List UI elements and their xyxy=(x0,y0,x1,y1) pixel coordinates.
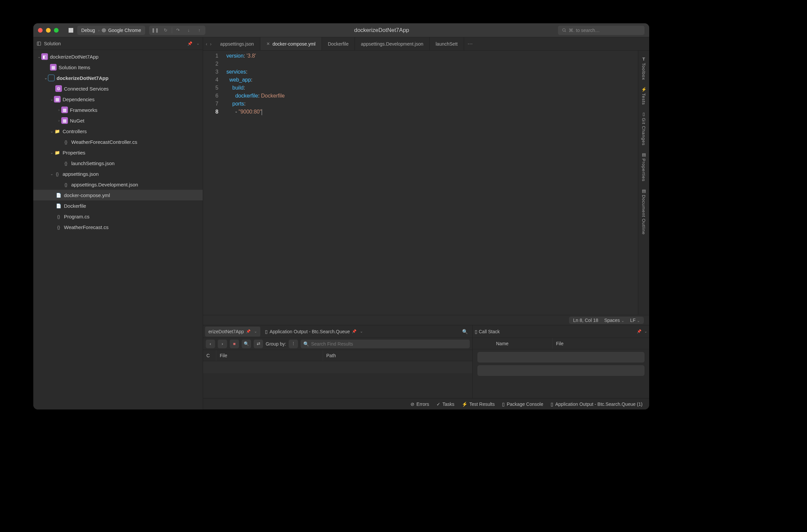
nav-back-button[interactable]: ‹ xyxy=(206,41,207,46)
tree-connected-services[interactable]: ⚙Connected Services xyxy=(33,83,203,94)
tree-properties[interactable]: ⌄📁Properties xyxy=(33,147,203,158)
tab-launch-settings[interactable]: launchSett xyxy=(430,37,464,50)
tab-dockerfile[interactable]: Dockerfile xyxy=(322,37,355,50)
pin-icon[interactable]: 📌 xyxy=(637,329,641,334)
search-icon[interactable]: 🔍 xyxy=(459,329,470,334)
col-c[interactable]: C xyxy=(203,350,216,361)
tree-appsettings-dev[interactable]: {}appsettings.Development.json xyxy=(33,179,203,190)
minimize-window-button[interactable] xyxy=(46,28,51,33)
toolbox-panel-button[interactable]: TToolbox xyxy=(641,53,646,83)
solution-tree[interactable]: ⌄◧dockerizeDotNet7App ▦Solution Items ⌄d… xyxy=(33,50,203,410)
tree-controller-file[interactable]: {}WeatherForecastController.cs xyxy=(33,136,203,147)
output-icon: ▯ xyxy=(265,329,268,334)
git-changes-panel-button[interactable]: ▯Git Changes xyxy=(641,108,646,149)
find-results-search-input[interactable] xyxy=(311,341,467,346)
result-row[interactable] xyxy=(203,373,473,385)
folder-icon: 📁 xyxy=(54,128,61,134)
folder-icon: 📁 xyxy=(54,149,61,156)
tree-launch-settings[interactable]: {}launchSettings.json xyxy=(33,158,203,169)
sidebar-title: Solution xyxy=(44,41,61,46)
prev-result-button[interactable]: ‹ xyxy=(206,340,215,348)
indent-selector[interactable]: Spaces⌄ xyxy=(604,318,624,323)
outline-panel-button[interactable]: ▤Document Outline xyxy=(641,185,646,238)
call-stack-columns: Name File xyxy=(473,338,649,349)
services-icon: ⚙ xyxy=(55,85,62,92)
code-content[interactable]: version: '3.8' services: web_app: build:… xyxy=(223,51,638,315)
tree-dockerfile[interactable]: 📄Dockerfile xyxy=(33,201,203,211)
pin-icon[interactable]: 📌 xyxy=(188,41,192,46)
tree-program-cs[interactable]: {}Program.cs xyxy=(33,211,203,222)
global-search[interactable]: ⌘. to search… xyxy=(558,26,645,35)
close-window-button[interactable] xyxy=(38,28,43,33)
call-stack-row[interactable] xyxy=(477,352,645,363)
step-out-button[interactable]: ↑ xyxy=(195,26,204,34)
group-by-selector[interactable]: ⦙ xyxy=(289,340,298,348)
test-results-button[interactable]: ⚡Test Results xyxy=(462,401,495,407)
step-into-button[interactable]: ↓ xyxy=(184,26,193,34)
errors-button[interactable]: ⊘Errors xyxy=(410,401,429,407)
tree-frameworks[interactable]: ›▦Frameworks xyxy=(33,104,203,115)
line-gutter: 1 2 3 4 5 6 7 8 xyxy=(203,51,223,315)
pin-icon[interactable]: 📌 xyxy=(246,329,251,334)
call-stack-icon: ▯ xyxy=(475,329,477,334)
find-results-search[interactable]: 🔍 xyxy=(301,340,470,348)
call-stack-title: Call Stack xyxy=(479,329,500,334)
call-stack-panel: ▯ Call Stack 📌 ⌄ Name File xyxy=(473,325,649,398)
find-results-tab[interactable]: erizeDotNet7App📌⌄ xyxy=(205,327,260,337)
chevron-down-icon[interactable]: ⌄ xyxy=(360,329,363,334)
chevron-down-icon[interactable]: ⌄ xyxy=(196,41,199,45)
next-result-button[interactable]: › xyxy=(218,340,227,348)
tasks-button[interactable]: ✓Tasks xyxy=(437,401,455,407)
tree-controllers[interactable]: ⌄📁Controllers xyxy=(33,126,203,136)
package-console-button[interactable]: ▯Package Console xyxy=(502,401,543,407)
tab-overflow-button[interactable]: ⋯ xyxy=(464,37,476,50)
chevron-down-icon[interactable]: ⌄ xyxy=(644,329,647,334)
result-row[interactable] xyxy=(203,361,473,373)
col-name[interactable]: Name xyxy=(493,338,553,349)
find-results-body[interactable] xyxy=(203,361,473,398)
tree-solution-root[interactable]: ⌄◧dockerizeDotNet7App xyxy=(33,51,203,62)
application-output-tab[interactable]: ▯Application Output - Btc.Search.Queue📌⌄ xyxy=(262,327,366,337)
tab-appsettings-dev[interactable]: appsettings.Development.json xyxy=(355,37,430,50)
find-toolbar: ‹ › ■ 🔍 ⇄ Group by: ⦙ 🔍 xyxy=(203,338,473,350)
run-config-selector[interactable]: Debug › Google Chrome xyxy=(77,26,145,35)
chevron-down-icon[interactable]: ⌄ xyxy=(254,329,257,334)
pin-icon[interactable]: 📌 xyxy=(352,329,357,334)
tree-dependencies[interactable]: ⌄▦Dependencies xyxy=(33,94,203,104)
stop-search-button[interactable]: ■ xyxy=(230,340,239,348)
pause-button[interactable]: ❚❚ xyxy=(151,26,160,34)
tree-solution-items[interactable]: ▦Solution Items xyxy=(33,62,203,73)
cursor-position[interactable]: Ln 8, Col 18 xyxy=(573,318,598,323)
tab-appsettings[interactable]: appsettings.json xyxy=(214,37,260,50)
nav-forward-button[interactable]: › xyxy=(210,41,212,46)
nuget-icon: ▦ xyxy=(61,117,68,124)
tab-docker-compose[interactable]: ✕docker-compose.yml xyxy=(260,37,322,50)
eol-selector[interactable]: LF⌄ xyxy=(630,318,640,323)
maximize-window-button[interactable] xyxy=(54,28,59,33)
code-editor[interactable]: 1 2 3 4 5 6 7 8 version: '3.8' services:… xyxy=(203,51,638,315)
tree-project[interactable]: ⌄dockerizeDotNet7App xyxy=(33,73,203,83)
application-output-button[interactable]: ▯Application Output - Btc.Search.Queue (… xyxy=(551,401,642,407)
tests-panel-button[interactable]: ⚡Tests xyxy=(641,83,647,108)
call-stack-body[interactable] xyxy=(473,349,649,398)
restart-button[interactable]: ↻ xyxy=(161,26,170,34)
call-stack-row[interactable] xyxy=(477,365,645,376)
close-tab-icon[interactable]: ✕ xyxy=(266,41,270,46)
refresh-search-button[interactable]: 🔍 xyxy=(242,340,251,348)
properties-panel-button[interactable]: ▤Properties xyxy=(641,149,646,185)
tree-view-button[interactable]: ⇄ xyxy=(254,340,263,348)
col-file[interactable]: File xyxy=(553,338,649,349)
run-target-label: Google Chrome xyxy=(108,27,141,33)
tab-nav: ‹ › xyxy=(203,37,214,50)
tree-nuget[interactable]: ›▦NuGet xyxy=(33,115,203,126)
stop-button[interactable] xyxy=(69,28,73,33)
call-stack-header: ▯ Call Stack 📌 ⌄ xyxy=(473,325,649,338)
tree-appsettings[interactable]: ⌄{}appsettings.json xyxy=(33,169,203,179)
col-file[interactable]: File xyxy=(216,350,323,361)
bottom-panel-tabs: erizeDotNet7App📌⌄ ▯Application Output - … xyxy=(203,325,473,338)
tree-docker-compose[interactable]: 📄docker-compose.yml xyxy=(33,190,203,201)
json-file-icon: {} xyxy=(63,181,69,188)
col-path[interactable]: Path xyxy=(323,350,473,361)
tree-weather-forecast[interactable]: {}WeatherForecast.cs xyxy=(33,222,203,232)
step-over-button[interactable]: ↷ xyxy=(173,26,183,34)
